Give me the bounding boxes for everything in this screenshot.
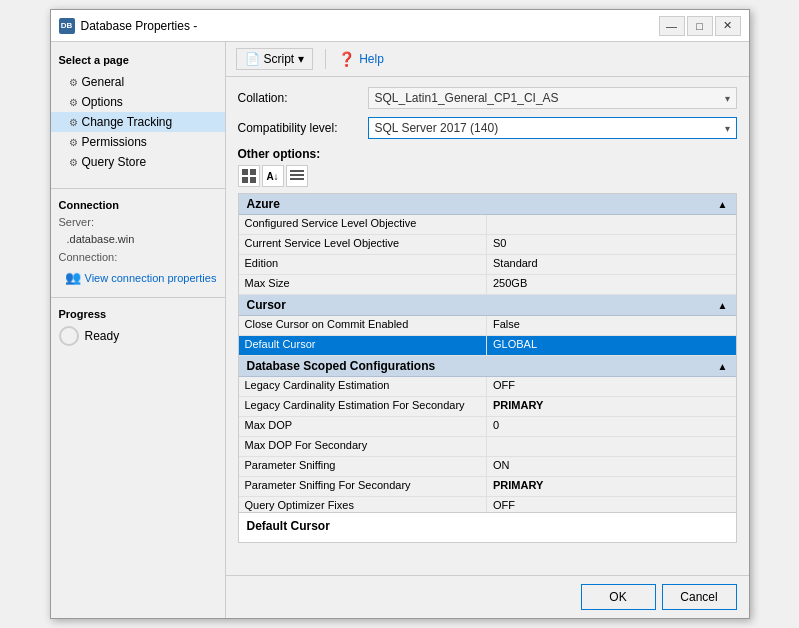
prop-value-default-cursor: GLOBAL (487, 336, 736, 355)
help-button[interactable]: ❓ Help (338, 51, 384, 67)
options-icons-row: A↓ (238, 165, 737, 187)
svg-rect-5 (290, 174, 304, 176)
grid-view-icon[interactable] (238, 165, 260, 187)
sidebar-item-permissions[interactable]: ⚙ Permissions (51, 132, 225, 152)
prop-value-max-size: 250GB (487, 275, 736, 294)
sidebar-label-change-tracking: Change Tracking (82, 115, 173, 129)
progress-spinner (59, 326, 79, 346)
description-box: Default Cursor (238, 513, 737, 543)
sidebar-label-general: General (82, 75, 125, 89)
prop-name-legacy-ce: Legacy Cardinality Estimation (239, 377, 488, 396)
svg-rect-4 (290, 170, 304, 172)
prop-row-current-slo[interactable]: Current Service Level Objective S0 (239, 235, 736, 255)
view-connection-properties-link[interactable]: 👥 View connection properties (51, 266, 225, 289)
connection-label: Connection: (51, 248, 225, 266)
prop-value-param-sniffing: ON (487, 457, 736, 476)
progress-row: Ready (51, 322, 225, 350)
form-area: Collation: SQL_Latin1_General_CP1_CI_AS … (226, 77, 749, 575)
prop-row-legacy-ce-secondary[interactable]: Legacy Cardinality Estimation For Second… (239, 397, 736, 417)
details-icon[interactable] (286, 165, 308, 187)
toolbar-separator (325, 49, 326, 69)
svg-rect-1 (250, 169, 256, 175)
compatibility-value: SQL Server 2017 (140) (375, 121, 499, 135)
permissions-icon: ⚙ (69, 137, 78, 148)
sidebar-item-query-store[interactable]: ⚙ Query Store (51, 152, 225, 172)
prop-row-param-sniffing-secondary[interactable]: Parameter Sniffing For Secondary PRIMARY (239, 477, 736, 497)
prop-name-max-size: Max Size (239, 275, 488, 294)
sidebar-item-general[interactable]: ⚙ General (51, 72, 225, 92)
prop-name-max-dop-secondary: Max DOP For Secondary (239, 437, 488, 456)
prop-value-current-slo: S0 (487, 235, 736, 254)
prop-row-param-sniffing[interactable]: Parameter Sniffing ON (239, 457, 736, 477)
prop-row-legacy-ce[interactable]: Legacy Cardinality Estimation OFF (239, 377, 736, 397)
prop-value-legacy-ce: OFF (487, 377, 736, 396)
other-options-label: Other options: (238, 147, 321, 161)
group-header-cursor[interactable]: Cursor ▲ (239, 295, 736, 316)
prop-row-close-cursor[interactable]: Close Cursor on Commit Enabled False (239, 316, 736, 336)
connection-icon: 👥 (65, 270, 81, 285)
cursor-toggle[interactable]: ▲ (718, 300, 728, 311)
azure-toggle[interactable]: ▲ (718, 199, 728, 210)
prop-name-max-dop: Max DOP (239, 417, 488, 436)
prop-row-max-dop[interactable]: Max DOP 0 (239, 417, 736, 437)
prop-row-qo-fixes[interactable]: Query Optimizer Fixes OFF (239, 497, 736, 513)
collation-row: Collation: SQL_Latin1_General_CP1_CI_AS … (238, 87, 737, 109)
help-label: Help (359, 52, 384, 66)
script-dropdown-icon: ▾ (298, 52, 304, 66)
window-controls: — □ ✕ (659, 16, 741, 36)
compatibility-arrow: ▾ (725, 123, 730, 134)
cancel-button[interactable]: Cancel (662, 584, 737, 610)
sidebar-item-change-tracking[interactable]: ⚙ Change Tracking (51, 112, 225, 132)
options-icon: ⚙ (69, 97, 78, 108)
group-header-db-scoped[interactable]: Database Scoped Configurations ▲ (239, 356, 736, 377)
prop-row-default-cursor[interactable]: Default Cursor GLOBAL (239, 336, 736, 356)
prop-name-current-slo: Current Service Level Objective (239, 235, 488, 254)
prop-value-qo-fixes: OFF (487, 497, 736, 513)
property-grid[interactable]: Azure ▲ Configured Service Level Objecti… (238, 193, 737, 513)
progress-section: Progress Ready (51, 297, 225, 350)
footer: OK Cancel (226, 575, 749, 618)
prop-row-max-dop-secondary[interactable]: Max DOP For Secondary (239, 437, 736, 457)
sidebar-label-permissions: Permissions (82, 135, 147, 149)
main-window: DB Database Properties - — □ ✕ Select a … (50, 9, 750, 619)
group-header-azure[interactable]: Azure ▲ (239, 194, 736, 215)
close-button[interactable]: ✕ (715, 16, 741, 36)
prop-name-configured-slo: Configured Service Level Objective (239, 215, 488, 234)
other-options-label-row: Other options: (238, 147, 737, 161)
collation-label: Collation: (238, 91, 368, 105)
svg-rect-3 (250, 177, 256, 183)
collation-dropdown[interactable]: SQL_Latin1_General_CP1_CI_AS ▾ (368, 87, 737, 109)
script-button[interactable]: 📄 Script ▾ (236, 48, 314, 70)
prop-name-default-cursor: Default Cursor (239, 336, 488, 355)
db-scoped-group-label: Database Scoped Configurations (247, 359, 436, 373)
prop-row-max-size[interactable]: Max Size 250GB (239, 275, 736, 295)
prop-value-legacy-ce-secondary: PRIMARY (487, 397, 736, 416)
ok-button[interactable]: OK (581, 584, 656, 610)
title-bar-left: DB Database Properties - (59, 18, 198, 34)
collation-value: SQL_Latin1_General_CP1_CI_AS (375, 91, 559, 105)
general-icon: ⚙ (69, 77, 78, 88)
svg-rect-6 (290, 178, 304, 180)
compatibility-dropdown[interactable]: SQL Server 2017 (140) ▾ (368, 117, 737, 139)
prop-value-configured-slo (487, 215, 736, 234)
content-area: Select a page ⚙ General ⚙ Options ⚙ Chan… (51, 42, 749, 618)
sort-alpha-icon[interactable]: A↓ (262, 165, 284, 187)
main-content: 📄 Script ▾ ❓ Help Collation: SQL_Latin1_… (226, 42, 749, 618)
connection-section: Connection Server: .database.win Connect… (51, 188, 225, 289)
minimize-button[interactable]: — (659, 16, 685, 36)
svg-rect-2 (242, 177, 248, 183)
script-label: Script (264, 52, 295, 66)
maximize-button[interactable]: □ (687, 16, 713, 36)
svg-rect-0 (242, 169, 248, 175)
script-icon: 📄 (245, 52, 260, 66)
prop-row-edition[interactable]: Edition Standard (239, 255, 736, 275)
db-scoped-toggle[interactable]: ▲ (718, 361, 728, 372)
azure-group-label: Azure (247, 197, 280, 211)
toolbar: 📄 Script ▾ ❓ Help (226, 42, 749, 77)
prop-value-param-sniffing-secondary: PRIMARY (487, 477, 736, 496)
prop-value-close-cursor: False (487, 316, 736, 335)
prop-row-configured-slo[interactable]: Configured Service Level Objective (239, 215, 736, 235)
prop-name-edition: Edition (239, 255, 488, 274)
prop-name-qo-fixes: Query Optimizer Fixes (239, 497, 488, 513)
sidebar-item-options[interactable]: ⚙ Options (51, 92, 225, 112)
